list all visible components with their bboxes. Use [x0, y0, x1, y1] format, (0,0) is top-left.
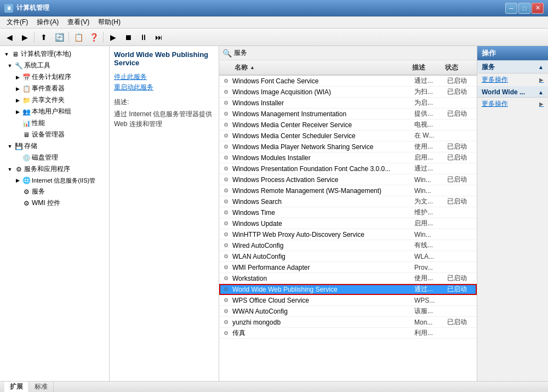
- pause-button[interactable]: ⏸: [136, 31, 151, 44]
- tree-toggle-iis[interactable]: ▶: [13, 176, 22, 185]
- tree-item-iis[interactable]: ▶ 🌐 Internet 信息服务(IIS)管: [0, 175, 109, 186]
- tab-expand[interactable]: 扩展: [4, 382, 29, 392]
- maximize-button[interactable]: □: [518, 3, 530, 14]
- stop-service-link[interactable]: 停止此服务: [114, 72, 214, 82]
- event-icon: 📋: [22, 84, 31, 93]
- tree-toggle-task[interactable]: ▶: [13, 73, 22, 82]
- tree-item-system-tools[interactable]: ▼ 🔧 系统工具: [0, 60, 109, 71]
- tree-item-local-users[interactable]: ▶ 👥 本地用户和组: [0, 106, 109, 117]
- service-row[interactable]: ⚙Windows Image Acquisition (WIA)为扫...已启动: [219, 87, 477, 98]
- minimize-button[interactable]: ─: [505, 3, 517, 14]
- service-desc: 为启...: [414, 98, 447, 107]
- col-status-header[interactable]: 状态: [445, 63, 472, 72]
- tree-toggle-svc-apps[interactable]: ▼: [5, 165, 14, 174]
- tree-toggle-event[interactable]: ▶: [13, 84, 22, 93]
- services-list: ⚙Windows Font Cache Service通过...已启动⚙Wind…: [219, 76, 477, 381]
- service-row[interactable]: ⚙WLAN AutoConfigWLA...: [219, 251, 477, 262]
- app-icon: 🖥: [4, 4, 13, 13]
- col-desc-header[interactable]: 描述: [412, 63, 445, 72]
- service-row[interactable]: ⚙WinHTTP Web Proxy Auto-Discovery Servic…: [219, 229, 477, 240]
- action-section-www[interactable]: World Wide ... ▲: [477, 86, 548, 98]
- back-button[interactable]: ◀: [2, 31, 16, 44]
- service-desc: Prov...: [414, 264, 447, 271]
- description-panel: World Wide Web Publishing Service 停止此服务 …: [110, 46, 219, 381]
- tree-label-shared: 共享文件夹: [32, 95, 65, 105]
- service-status: 已启动: [447, 175, 475, 184]
- tree-item-disk-management[interactable]: ▶ 💿 磁盘管理: [0, 152, 109, 163]
- tab-standard[interactable]: 标准: [29, 382, 54, 392]
- service-row[interactable]: ⚙Windows Font Cache Service通过...已启动: [219, 76, 477, 87]
- service-row[interactable]: ⚙Windows Search为文...已启动: [219, 196, 477, 207]
- service-row[interactable]: ⚙Windows Modules Installer启用...已启动: [219, 152, 477, 163]
- service-desc: 为扫...: [414, 87, 447, 96]
- menu-help[interactable]: 帮助(H): [94, 16, 125, 28]
- properties-button[interactable]: 📋: [71, 31, 85, 44]
- close-button[interactable]: ✕: [532, 3, 544, 14]
- service-row[interactable]: ⚙Wired AutoConfig有线...: [219, 240, 477, 251]
- service-row[interactable]: ⚙传真利用...: [219, 328, 477, 339]
- tree-toggle-system[interactable]: ▼: [5, 61, 14, 70]
- col-name-header[interactable]: 名称 ▲: [235, 63, 412, 72]
- tree-item-task-scheduler[interactable]: ▶ 📅 任务计划程序: [0, 71, 109, 83]
- service-row[interactable]: ⚙Workstation使用...已启动: [219, 273, 477, 284]
- restart-button[interactable]: ⏭: [152, 31, 166, 44]
- action-more-ops-1[interactable]: 更多操作 ▶: [477, 73, 548, 86]
- service-name: Windows Management Instrumentation: [232, 110, 414, 118]
- tree-item-shared-folders[interactable]: ▶ 📁 共享文件夹: [0, 94, 109, 106]
- service-icon: ⚙: [221, 77, 230, 86]
- tree-item-event-viewer[interactable]: ▶ 📋 事件查看器: [0, 83, 109, 94]
- service-desc: Win...: [414, 231, 447, 238]
- service-row[interactable]: ⚙Windows Presentation Foundation Font Ca…: [219, 163, 477, 174]
- tree-root[interactable]: ▼ 🖥 计算机管理(本地): [0, 48, 109, 60]
- service-row[interactable]: ⚙Windows Media Center Scheduler Service在…: [219, 130, 477, 141]
- service-row[interactable]: ⚙Windows Installer为启...: [219, 98, 477, 109]
- tree-toggle-storage[interactable]: ▼: [5, 142, 14, 151]
- desc-title: World Wide Web Publishing Service: [114, 50, 214, 67]
- forward-button[interactable]: ▶: [18, 31, 32, 44]
- tree-item-wmi[interactable]: ▶ ⚙ WMI 控件: [0, 197, 109, 209]
- service-icon: ⚙: [221, 164, 230, 173]
- service-name: Workstation: [232, 275, 414, 282]
- services-icon: ⚙: [22, 188, 31, 196]
- tree-item-services[interactable]: ▶ ⚙ 服务: [0, 186, 109, 197]
- task-icon: 📅: [22, 73, 31, 82]
- tree-item-services-apps[interactable]: ▼ ⚙ 服务和应用程序: [0, 163, 109, 175]
- up-button[interactable]: ⬆: [37, 31, 51, 44]
- service-icon: ⚙: [221, 197, 230, 206]
- service-row[interactable]: ⚙Windows Time维护...: [219, 207, 477, 218]
- service-row[interactable]: ⚙Windows Process Activation ServiceWin..…: [219, 174, 477, 185]
- service-row[interactable]: ⚙WMI Performance AdapterProv...: [219, 262, 477, 273]
- help-button[interactable]: ❓: [87, 31, 101, 44]
- service-row[interactable]: ⚙WWAN AutoConfig该服...: [219, 306, 477, 317]
- tree-toggle-shared[interactable]: ▶: [13, 96, 22, 105]
- tree-item-device-manager[interactable]: ▶ 🖥 设备管理器: [0, 129, 109, 140]
- tree-item-performance[interactable]: ▶ 📊 性能: [0, 117, 109, 129]
- service-row[interactable]: ⚙Windows Management Instrumentation提供...…: [219, 109, 477, 120]
- menu-view[interactable]: 查看(V): [63, 16, 94, 28]
- service-status: 已启动: [447, 87, 475, 96]
- service-row[interactable]: ⚙Windows Media Player Network Sharing Se…: [219, 141, 477, 152]
- tree-item-storage[interactable]: ▼ 💾 存储: [0, 140, 109, 152]
- action-section-services[interactable]: 服务 ▲: [477, 60, 548, 73]
- play-button[interactable]: ▶: [106, 31, 120, 44]
- refresh-button[interactable]: 🔄: [52, 31, 66, 44]
- service-icon: ⚙: [221, 121, 230, 129]
- service-row[interactable]: ⚙yunzhi mongodbMon...已启动: [219, 317, 477, 328]
- perf-icon: 📊: [22, 119, 31, 128]
- stop-button[interactable]: ⏹: [121, 31, 135, 44]
- menu-file[interactable]: 文件(F): [2, 16, 32, 28]
- tree-toggle-root[interactable]: ▼: [2, 50, 11, 59]
- service-icon: ⚙: [221, 186, 230, 195]
- restart-service-link[interactable]: 重启动此服务: [114, 83, 214, 92]
- menu-action[interactable]: 操作(A): [32, 16, 63, 28]
- service-row[interactable]: ⚙Windows Media Center Receiver Service电视…: [219, 120, 477, 130]
- service-status: 已启动: [447, 109, 475, 118]
- disk-icon: 💿: [22, 154, 31, 162]
- service-row[interactable]: ⚙Windows Update启用...: [219, 218, 477, 229]
- search-icon: 🔍: [222, 49, 232, 58]
- service-row[interactable]: ⚙WPS Office Cloud ServiceWPS...: [219, 295, 477, 306]
- service-row[interactable]: ⚙Windows Remote Management (WS-Managemen…: [219, 185, 477, 196]
- tree-toggle-users[interactable]: ▶: [13, 107, 22, 116]
- action-more-ops-2[interactable]: 更多操作 ▶: [477, 98, 548, 110]
- service-row[interactable]: ⚙World Wide Web Publishing Service通过...已…: [219, 284, 477, 295]
